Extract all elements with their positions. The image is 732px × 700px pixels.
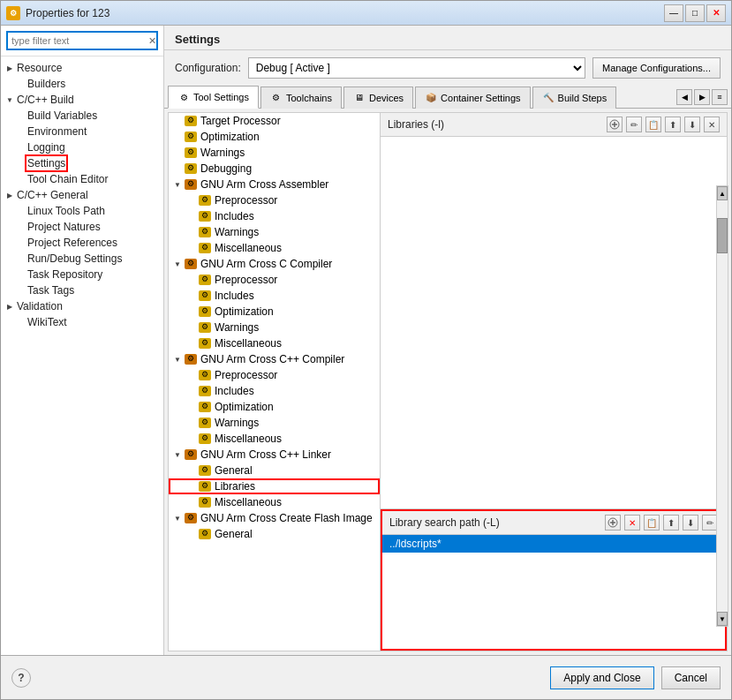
close-button[interactable]: ✕	[706, 4, 726, 22]
tree-item-cpp-general[interactable]: ▶ C/C++ General	[1, 187, 163, 203]
config-select[interactable]: Debug [ Active ]	[248, 57, 585, 79]
cancel-button[interactable]: Cancel	[661, 666, 721, 689]
tab-tool-settings-label: Tool Settings	[193, 92, 249, 102]
tree-item-resource[interactable]: ▶ Resource	[1, 60, 163, 76]
search-path-item[interactable]: ../ldscripts*	[382, 535, 725, 553]
tool-item-label: Preprocessor	[215, 369, 277, 381]
tool-tree-asm-includes[interactable]: ⚙ Includes	[169, 208, 380, 224]
tree-item-label: Project Natures	[27, 221, 101, 233]
minimize-button[interactable]: —	[664, 4, 683, 22]
tab-next-button[interactable]: ▶	[694, 89, 710, 105]
tool-tree-asm-preprocessor[interactable]: ⚙ Preprocessor	[169, 192, 380, 208]
tree-item-build-variables[interactable]: Build Variables	[1, 108, 163, 124]
lib-edit-button[interactable]: ✏	[626, 117, 642, 132]
search-path-title: Library search path (-L)	[389, 516, 601, 529]
tree-item-wikitext[interactable]: WikiText	[1, 314, 163, 330]
tree-item-linux-tools[interactable]: Linux Tools Path	[1, 203, 163, 219]
tool-tree-flash-general[interactable]: ⚙ General	[169, 526, 380, 542]
tool-item-label: Preprocessor	[215, 194, 277, 207]
tree-item-project-references[interactable]: Project References	[1, 235, 163, 251]
search-path-header: Library search path (-L) ✕ 📋 ⬆ ⬇ ✏	[382, 511, 725, 535]
tool-tree-c-misc[interactable]: ⚙ Miscellaneous	[169, 335, 380, 351]
lib-add-button[interactable]	[607, 117, 623, 132]
tool-tree-c-includes[interactable]: ⚙ Includes	[169, 288, 380, 304]
tab-tool-settings[interactable]: ⚙ Tool Settings	[168, 86, 259, 109]
tool-tree-gnu-cpp[interactable]: ▼ ⚙ GNU Arm Cross C++ Compiler	[169, 351, 380, 367]
tree-item-builders[interactable]: Builders	[1, 76, 163, 92]
search-down-button[interactable]: ⬇	[683, 515, 698, 531]
tool-tree-c-preprocessor[interactable]: ⚙ Preprocessor	[169, 272, 380, 288]
tool-tree-c-optimization[interactable]: ⚙ Optimization	[169, 304, 380, 320]
tool-tree-debugging[interactable]: ⚙ Debugging	[169, 161, 380, 177]
manage-configs-button[interactable]: Manage Configurations...	[592, 57, 721, 79]
tab-build-steps[interactable]: 🔨 Build Steps	[532, 87, 617, 109]
help-button[interactable]: ?	[11, 668, 31, 688]
spacer	[186, 211, 197, 222]
scroll-up-button[interactable]: ▲	[717, 186, 727, 200]
apply-close-button[interactable]: Apply and Close	[550, 666, 653, 689]
config-label: Configuration:	[175, 62, 241, 74]
tool-tree-gnu-c[interactable]: ▼ ⚙ GNU Arm Cross C Compiler	[169, 256, 380, 272]
spacer	[186, 481, 197, 492]
scroll-down-button[interactable]: ▼	[717, 612, 727, 626]
maximize-button[interactable]: □	[685, 4, 705, 22]
lib-copy-button[interactable]: 📋	[645, 117, 661, 132]
tab-container-settings[interactable]: 📦 Container Settings	[415, 87, 531, 109]
folder-icon: ⚙	[185, 513, 197, 523]
folder-icon: ⚙	[185, 449, 197, 460]
bottom-bar: ? Apply and Close Cancel	[1, 655, 731, 699]
right-scrollbar[interactable]: ▲ ▼	[716, 185, 727, 627]
tool-tree-gnu-assembler[interactable]: ▼ ⚙ GNU Arm Cross Assembler	[169, 177, 380, 192]
tree-item-cpp-build[interactable]: ▼ C/C++ Build	[1, 92, 163, 108]
search-copy-button[interactable]: 📋	[644, 515, 660, 531]
lib-up-button[interactable]: ⬆	[665, 117, 681, 132]
tool-tree-asm-warnings[interactable]: ⚙ Warnings	[169, 224, 380, 240]
tool-tree-linker-general[interactable]: ⚙ General	[169, 463, 380, 478]
tab-more-button[interactable]: ≡	[712, 89, 728, 105]
scroll-thumb[interactable]	[717, 218, 727, 253]
tool-tree-cpp-warnings[interactable]: ⚙ Warnings	[169, 415, 380, 431]
tab-devices[interactable]: 🖥 Devices	[343, 87, 413, 109]
tool-tree-gnu-linker[interactable]: ▼ ⚙ GNU Arm Cross C++ Linker	[169, 447, 380, 463]
tool-item-label: GNU Arm Cross C++ Linker	[200, 448, 331, 461]
search-delete-button[interactable]: ✕	[624, 515, 640, 531]
tab-toolchains[interactable]: ⚙ Toolchains	[260, 87, 342, 109]
tree-item-environment[interactable]: Environment	[1, 124, 163, 139]
tool-tree-optimization[interactable]: ⚙ Optimization	[169, 129, 380, 145]
tool-tree-linker-libraries[interactable]: ⚙ Libraries	[169, 478, 380, 494]
tool-tree-cpp-misc[interactable]: ⚙ Miscellaneous	[169, 431, 380, 447]
search-add-button[interactable]	[605, 515, 621, 531]
tool-tree-warnings[interactable]: ⚙ Warnings	[169, 145, 380, 161]
tool-tree-cpp-optimization[interactable]: ⚙ Optimization	[169, 399, 380, 415]
tab-prev-button[interactable]: ◀	[676, 89, 692, 105]
tool-item-label: Warnings	[215, 417, 259, 429]
tree-item-project-natures[interactable]: Project Natures	[1, 219, 163, 235]
tool-tree-cpp-includes[interactable]: ⚙ Includes	[169, 383, 380, 399]
tool-tree-cpp-preprocessor[interactable]: ⚙ Preprocessor	[169, 367, 380, 383]
lib-delete-button[interactable]: ✕	[704, 117, 720, 132]
tool-tree-c-warnings[interactable]: ⚙ Warnings	[169, 320, 380, 335]
lib-down-button[interactable]: ⬇	[684, 117, 700, 132]
tool-item-label: Includes	[215, 210, 254, 222]
tree-item-tool-chain-editor[interactable]: Tool Chain Editor	[1, 171, 163, 187]
gear-icon: ⚙	[199, 418, 211, 428]
tree-item-run-debug[interactable]: Run/Debug Settings	[1, 251, 163, 267]
tree-item-settings[interactable]: Settings	[1, 155, 163, 171]
window-title: Properties for 123	[26, 7, 664, 19]
spacer	[15, 237, 26, 248]
tree-item-task-tags[interactable]: Task Tags	[1, 282, 163, 298]
filter-input[interactable]	[6, 31, 158, 50]
filter-clear-icon[interactable]: ✕	[148, 35, 156, 47]
tree-item-logging[interactable]: Logging	[1, 139, 163, 155]
search-up-button[interactable]: ⬆	[663, 515, 679, 531]
spacer	[15, 79, 26, 89]
tool-tree-gnu-flash[interactable]: ▼ ⚙ GNU Arm Cross Create Flash Image	[169, 510, 380, 526]
tree-item-validation[interactable]: ▶ Validation	[1, 298, 163, 314]
tree-item-task-repo[interactable]: Task Repository	[1, 267, 163, 282]
tool-item-label: Miscellaneous	[215, 242, 282, 254]
gear-icon: ⚙	[199, 386, 211, 396]
tool-tree-target[interactable]: ⚙ Target Processor	[169, 113, 380, 129]
tool-tree-linker-misc[interactable]: ⚙ Miscellaneous	[169, 494, 380, 510]
tool-tree-asm-misc[interactable]: ⚙ Miscellaneous	[169, 240, 380, 256]
search-path-value: ../ldscripts*	[389, 538, 441, 550]
